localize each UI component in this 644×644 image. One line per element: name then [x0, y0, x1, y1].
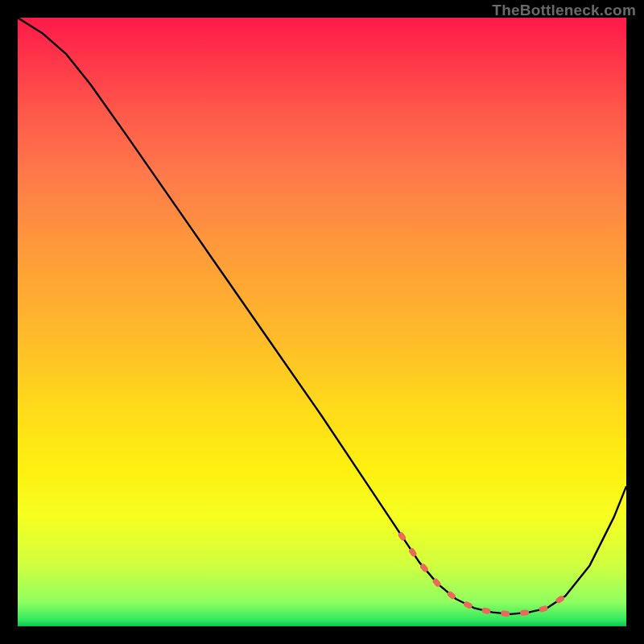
watermark-text: TheBottleneck.com [492, 2, 636, 19]
chart-container: TheBottleneck.com [0, 0, 644, 644]
curve-layer [18, 18, 626, 626]
bottleneck-curve-line [18, 18, 626, 614]
valley-marker-dashed [401, 535, 565, 614]
plot-area [18, 18, 626, 626]
